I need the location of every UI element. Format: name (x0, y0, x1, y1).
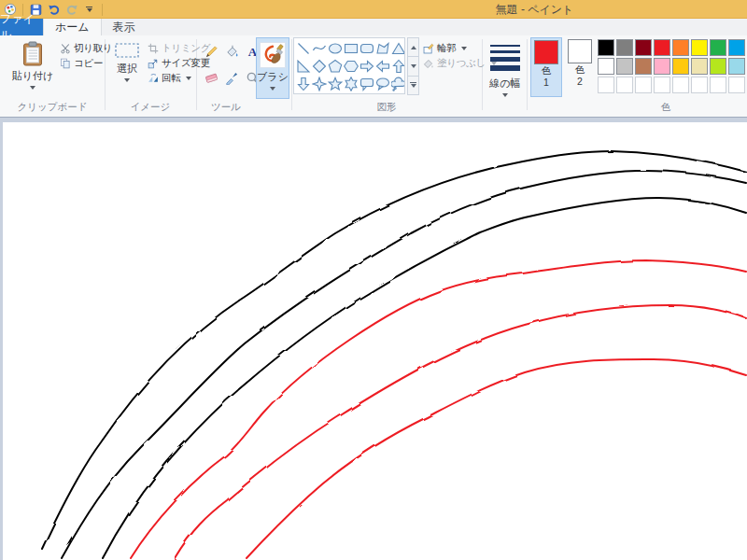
paste-label: 貼り付け (12, 69, 54, 83)
shape-hexagon-icon[interactable] (343, 57, 359, 75)
palette-swatch[interactable] (616, 58, 633, 75)
qat-dropdown-icon[interactable] (82, 3, 96, 17)
palette-swatch[interactable] (691, 58, 708, 75)
gallery-scroll-down-icon[interactable] (407, 56, 419, 76)
undo-icon[interactable] (47, 3, 61, 17)
shape-star4-icon[interactable] (311, 75, 327, 92)
shape-arrow-up-icon[interactable] (390, 57, 405, 75)
brush-label: ブラシ (257, 70, 289, 84)
palette-swatch[interactable] (616, 39, 633, 56)
shape-pentagon-icon[interactable] (327, 57, 343, 75)
shape-arrow-left-icon[interactable] (374, 57, 390, 75)
palette-empty-slot[interactable] (616, 77, 633, 93)
select-dropdown-caret (124, 78, 130, 82)
eraser-icon[interactable] (203, 69, 219, 86)
palette-swatch[interactable] (635, 58, 652, 75)
tab-view[interactable]: 表示 (102, 19, 147, 35)
shape-callout-cloud-icon[interactable] (390, 75, 405, 92)
line-width-label: 線の幅 (489, 77, 520, 91)
palette-swatch[interactable] (598, 58, 614, 75)
pencil-icon[interactable] (203, 43, 219, 60)
copy-icon (60, 58, 71, 69)
selection-rectangle-icon (114, 41, 140, 60)
outline-icon (422, 43, 434, 55)
palette-empty-slot[interactable] (672, 77, 689, 93)
shape-diamond-icon[interactable] (311, 57, 327, 75)
brush-dropdown-caret (270, 87, 275, 91)
color-palette (598, 39, 747, 95)
shape-fill-label: 塗りつぶし (437, 57, 486, 70)
tab-home[interactable]: ホーム (43, 19, 102, 35)
shape-line-icon[interactable] (295, 39, 311, 57)
brush-stroke (103, 198, 746, 558)
shape-star5-icon[interactable] (327, 75, 343, 92)
line-width-dropdown-caret (502, 93, 508, 97)
redo-icon[interactable] (64, 3, 78, 17)
shape-rounded-rectangle-icon[interactable] (359, 39, 374, 57)
rotate-dropdown-caret (186, 77, 191, 80)
paste-dropdown-caret (30, 86, 35, 90)
color2-button[interactable]: 色 2 (564, 37, 596, 97)
palette-swatch[interactable] (635, 39, 652, 56)
shape-callout-oval-icon[interactable] (374, 75, 390, 92)
brush-icon (260, 42, 286, 68)
fill-bucket-icon[interactable] (223, 43, 240, 60)
palette-swatch[interactable] (691, 39, 708, 56)
shape-fill-icon (422, 58, 434, 70)
color-picker-icon[interactable] (223, 69, 240, 86)
rotate-button[interactable]: 回転 (148, 72, 191, 85)
palette-swatch[interactable] (710, 58, 726, 75)
shape-right-triangle-icon[interactable] (295, 57, 311, 75)
copy-button[interactable]: コピー (60, 57, 103, 70)
shape-polygon-icon[interactable] (374, 39, 390, 57)
shape-ellipse-icon[interactable] (327, 39, 343, 57)
palette-swatch[interactable] (672, 58, 689, 75)
resize-icon (148, 58, 159, 69)
palette-empty-slot[interactable] (635, 77, 652, 93)
palette-swatch[interactable] (728, 39, 745, 56)
shape-star6-icon[interactable] (343, 75, 359, 92)
paint-window: 無題 - ペイント ファイル ホーム 表示 貼り付け (0, 0, 747, 560)
palette-swatch[interactable] (710, 39, 726, 56)
palette-empty-slot[interactable] (710, 77, 726, 93)
palette-swatch[interactable] (654, 58, 670, 75)
paste-button[interactable]: 貼り付け (6, 37, 60, 99)
tab-strip: ファイル ホーム 表示 (0, 19, 747, 35)
ribbon: 貼り付け 切り取り コピー クリップボード 選択 (0, 35, 747, 118)
select-label: 選択 (117, 62, 137, 76)
canvas-strokes (3, 122, 747, 560)
color2-label-bottom: 2 (577, 76, 583, 88)
shape-callout-rounded-icon[interactable] (359, 75, 374, 92)
shape-arrow-right-icon[interactable] (359, 57, 374, 75)
palette-empty-slot[interactable] (691, 77, 708, 93)
outline-button[interactable]: 輪郭 (422, 42, 467, 55)
select-button[interactable]: 選択 (108, 37, 146, 99)
resize-button[interactable]: サイズ変更 (148, 57, 210, 70)
drawing-canvas[interactable] (3, 122, 747, 560)
cut-button[interactable]: 切り取り (60, 42, 112, 55)
shape-arrow-down-icon[interactable] (295, 75, 311, 92)
palette-swatch[interactable] (672, 39, 689, 56)
group-separator (291, 39, 292, 110)
crop-button: トリミング (148, 42, 210, 55)
clipboard-icon (21, 41, 44, 67)
shape-rectangle-icon[interactable] (343, 39, 359, 57)
brush-button[interactable]: ブラシ (256, 37, 289, 99)
color1-label-bottom: 1 (543, 77, 549, 89)
gallery-scroll-up-icon[interactable] (407, 37, 419, 57)
palette-empty-slot[interactable] (728, 77, 745, 93)
rotate-icon (148, 73, 159, 84)
palette-empty-slot[interactable] (654, 77, 670, 93)
tab-file[interactable]: ファイル (0, 19, 43, 35)
line-width-icon (490, 45, 520, 71)
gallery-more-icon[interactable] (407, 76, 419, 95)
palette-swatch[interactable] (654, 39, 670, 56)
group-separator (482, 39, 483, 110)
palette-swatch[interactable] (728, 58, 745, 75)
line-width-button[interactable]: 線の幅 (486, 37, 525, 99)
shape-triangle-icon[interactable] (390, 39, 405, 57)
shape-curve-icon[interactable] (311, 39, 327, 57)
palette-swatch[interactable] (598, 39, 614, 56)
color1-button[interactable]: 色 1 (530, 37, 562, 97)
palette-empty-slot[interactable] (598, 77, 614, 93)
